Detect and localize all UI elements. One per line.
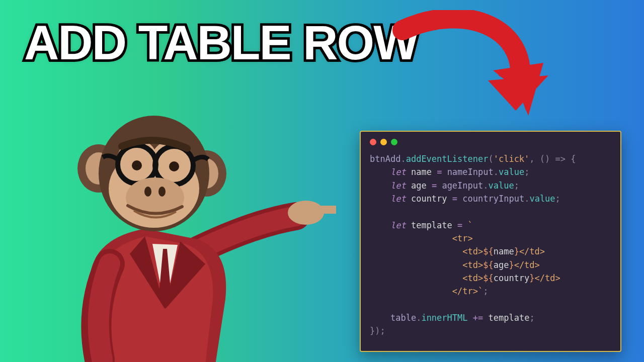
svg-point-17 <box>158 187 166 197</box>
svg-point-16 <box>144 187 151 197</box>
headline-title: ADD TABLE ROW <box>24 15 418 70</box>
svg-point-14 <box>169 161 179 171</box>
code-snippet: btnAdd.addEventListener('click', () => {… <box>370 152 611 338</box>
mascot-illustration <box>14 98 336 362</box>
close-icon[interactable] <box>370 139 376 145</box>
zoom-icon[interactable] <box>391 139 397 145</box>
minimize-icon[interactable] <box>380 139 387 145</box>
arrow-icon <box>367 10 569 141</box>
window-controls <box>370 139 611 145</box>
code-window: btnAdd.addEventListener('click', () => {… <box>360 131 621 352</box>
svg-rect-2 <box>315 206 336 214</box>
svg-point-13 <box>132 160 142 170</box>
